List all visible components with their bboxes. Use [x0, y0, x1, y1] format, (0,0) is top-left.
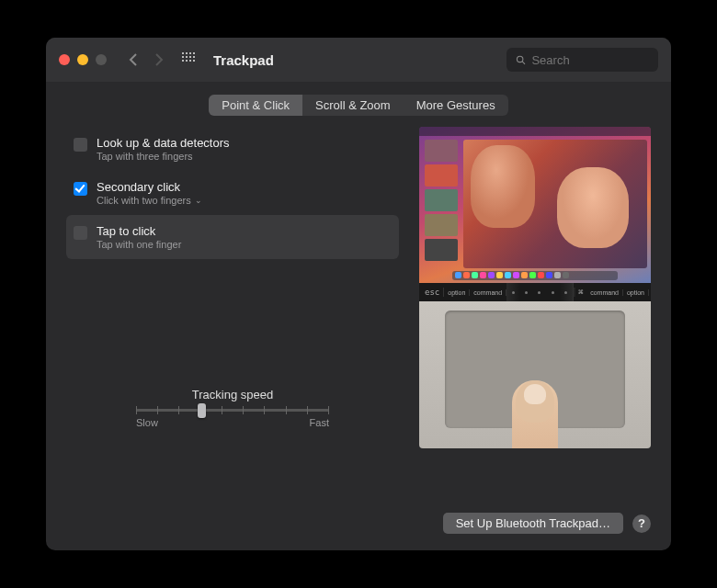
tabs-row: Point & Click Scroll & Zoom More Gesture… [46, 82, 671, 123]
search-field[interactable] [506, 48, 658, 72]
svg-point-0 [517, 56, 522, 62]
forward-button[interactable] [151, 51, 167, 68]
touchbar-key: option [623, 289, 649, 296]
checkbox-tap-to-click[interactable] [74, 226, 87, 240]
option-label: Look up & data detectors [97, 136, 230, 150]
slow-label: Slow [136, 417, 158, 428]
tracking-speed-label: Tracking speed [66, 388, 399, 401]
footer: Set Up Bluetooth Trackpad… ? [46, 503, 671, 550]
touchbar-key: option [444, 289, 470, 296]
traffic-lights [59, 54, 107, 65]
option-sub-dropdown[interactable]: Click with two fingers ⌄ [97, 195, 202, 206]
search-input[interactable] [531, 53, 649, 67]
gesture-preview: esc option command ⌘ command option [419, 127, 651, 494]
maximize-button [96, 54, 107, 65]
tracking-speed-section: Tracking speed Slow Fast [66, 388, 399, 428]
checkbox-lookup[interactable] [74, 138, 87, 152]
checkbox-secondary-click[interactable] [74, 182, 87, 196]
show-all-icon[interactable] [182, 52, 197, 67]
touchbar-esc: esc [421, 288, 444, 297]
tab-segmented-control: Point & Click Scroll & Zoom More Gesture… [209, 95, 507, 116]
option-label: Tap to click [97, 224, 181, 238]
fast-label: Fast [310, 417, 329, 428]
chevron-down-icon: ⌄ [195, 196, 202, 205]
preview-screen [419, 127, 651, 283]
touchbar-key: command [470, 289, 506, 296]
touchbar-key: command [586, 289, 623, 296]
preview-finger-icon [512, 380, 558, 448]
window-title: Trackpad [213, 52, 274, 68]
preferences-window: Trackpad Point & Click Scroll & Zoom Mor… [46, 38, 671, 550]
option-secondary-click[interactable]: Secondary click Click with two fingers ⌄ [66, 171, 399, 215]
nav-buttons [125, 51, 167, 68]
titlebar: Trackpad [46, 38, 671, 82]
minimize-button[interactable] [77, 54, 88, 65]
help-button[interactable]: ? [632, 514, 651, 533]
tab-point-click[interactable]: Point & Click [209, 95, 302, 116]
setup-bluetooth-button[interactable]: Set Up Bluetooth Trackpad… [443, 513, 623, 534]
preview-trackpad [419, 301, 651, 448]
option-sub: Tap with one finger [97, 239, 181, 250]
svg-line-1 [522, 61, 525, 63]
tab-scroll-zoom[interactable]: Scroll & Zoom [302, 95, 404, 116]
close-button[interactable] [59, 54, 70, 65]
back-button[interactable] [125, 51, 142, 68]
tracking-speed-slider[interactable] [136, 409, 329, 412]
search-icon [516, 54, 526, 66]
options-list: Look up & data detectors Tap with three … [66, 127, 399, 494]
tab-more-gestures[interactable]: More Gestures [404, 95, 508, 116]
content-area: Look up & data detectors Tap with three … [46, 123, 671, 503]
option-lookup[interactable]: Look up & data detectors Tap with three … [66, 127, 399, 171]
option-tap-to-click[interactable]: Tap to click Tap with one finger [66, 215, 399, 259]
option-label: Secondary click [97, 180, 202, 194]
slider-thumb[interactable] [198, 403, 206, 418]
preview-touchbar: esc option command ⌘ command option [419, 283, 651, 301]
option-sub: Tap with three fingers [97, 151, 230, 162]
touchbar-key: ⌘ [574, 288, 586, 297]
